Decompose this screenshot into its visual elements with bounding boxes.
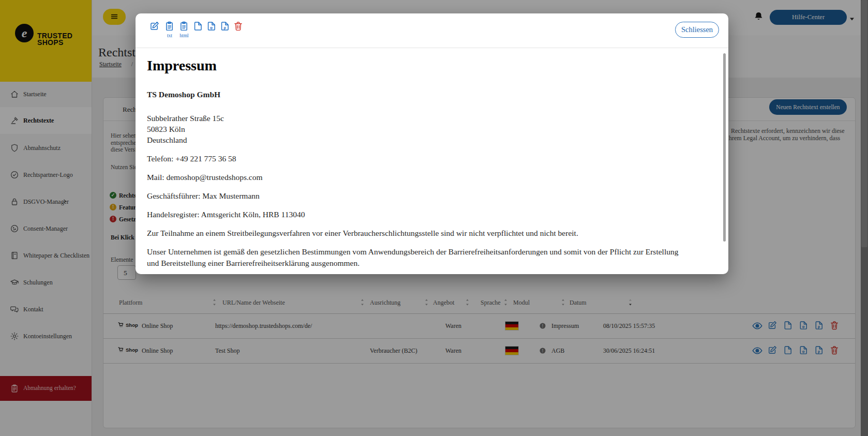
html-label: html — [176, 33, 192, 38]
file-icon[interactable] — [192, 21, 204, 32]
svg-text:ρ: ρ — [223, 25, 226, 30]
address-city: 50823 Köln — [147, 124, 680, 134]
app-screen: e TRUSTED SHOPS Startseite Rechtstexte A… — [0, 0, 868, 436]
txt-label: txt — [162, 33, 177, 38]
dispute-resolution-paragraph: Zur Teilnahme an einem Streitbeilegungsv… — [147, 228, 680, 238]
svg-text:φ: φ — [210, 25, 213, 30]
address-street: Subbelrather Straße 15c — [147, 113, 680, 124]
file-word-icon[interactable]: φ — [206, 21, 217, 32]
delete-trash-icon[interactable] — [233, 21, 244, 32]
modal-scrollbar-thumb[interactable] — [723, 53, 726, 242]
impressum-content: Impressum TS Demoshop GmbH Subbelrather … — [147, 48, 680, 269]
commercial-register-line: Handelsregister: Amtsgericht Köln, HRB 1… — [147, 209, 680, 220]
accessibility-paragraph: Unser Unternehmen ist gemäß den gesetzli… — [147, 246, 680, 269]
company-address: Subbelrather Straße 15c 50823 Köln Deuts… — [147, 113, 680, 145]
impressum-modal: txt html φ ρ Schliessen Impressum TS Dem… — [136, 13, 728, 274]
impressum-heading: Impressum — [147, 57, 680, 74]
phone-line: Telefon: +49 221 775 36 58 — [147, 153, 680, 164]
close-button[interactable]: Schliessen — [675, 22, 719, 38]
copy-txt-clipboard-icon[interactable] — [164, 21, 175, 32]
copy-html-clipboard-icon[interactable] — [178, 21, 190, 32]
edit-icon[interactable] — [149, 21, 160, 32]
file-pdf-icon[interactable]: ρ — [219, 21, 231, 32]
modal-toolbar: txt html φ ρ Schliessen — [136, 13, 728, 48]
company-name: TS Demoshop GmbH — [147, 89, 680, 100]
email-line: Mail: demoshop@trustedshops.com — [147, 172, 680, 183]
address-country: Deutschland — [147, 134, 680, 145]
managing-director-line: Geschäftsführer: Max Mustermann — [147, 190, 680, 201]
